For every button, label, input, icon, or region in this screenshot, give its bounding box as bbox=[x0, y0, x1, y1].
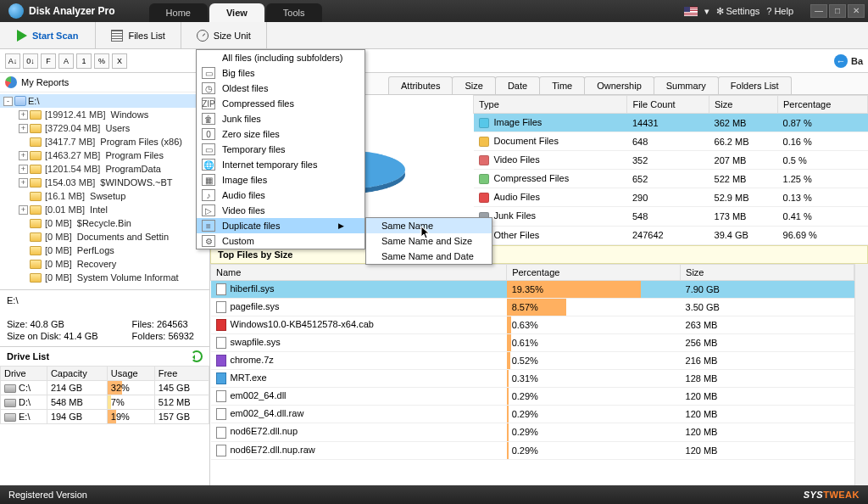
tree-row[interactable]: +[19912.41 MB]Windows bbox=[0, 108, 209, 121]
file-row[interactable]: nod6E72.dll.nup.raw0.29%120 MB bbox=[211, 441, 854, 459]
file-row[interactable]: swapfile.sys0.61%256 MB bbox=[211, 333, 854, 351]
filter-a-button[interactable]: A bbox=[58, 53, 74, 69]
type-row[interactable]: Image Files14431362 MB0.87 % bbox=[474, 114, 868, 132]
file-row[interactable]: chrome.7z0.52%216 MB bbox=[211, 352, 854, 370]
tree-row[interactable]: +[0.01 MB]Intel bbox=[0, 203, 209, 216]
size-unit-button[interactable]: Size Unit bbox=[181, 22, 267, 48]
refresh-button[interactable] bbox=[191, 350, 203, 362]
type-row[interactable]: Audio Files29052.9 MB0.13 % bbox=[474, 188, 868, 207]
tab-tools[interactable]: Tools bbox=[266, 3, 322, 22]
scrollbar[interactable] bbox=[854, 264, 868, 485]
tree-row[interactable]: [3417.7 MB]Program Files (x86) bbox=[0, 135, 209, 148]
expander-icon[interactable]: + bbox=[19, 124, 28, 133]
file-row[interactable]: pagefile.sys8.57%3.50 GB bbox=[211, 298, 854, 316]
settings-button[interactable]: ✻Settings bbox=[716, 6, 760, 17]
window-minimize-button[interactable]: — bbox=[810, 4, 827, 18]
tree-row[interactable]: [16.1 MB]Swsetup bbox=[0, 189, 209, 203]
type-row[interactable]: Compressed Files652522 MB1.25 % bbox=[474, 170, 868, 188]
filter-pct-button[interactable]: % bbox=[94, 53, 109, 69]
tree-row[interactable]: +[1201.54 MB]ProgramData bbox=[0, 162, 209, 176]
files-list-button[interactable]: Files List bbox=[96, 22, 181, 48]
content-tab[interactable]: Time bbox=[539, 76, 585, 94]
expander-icon[interactable]: + bbox=[19, 165, 28, 174]
col-free[interactable]: Free bbox=[154, 367, 209, 381]
tree-row[interactable]: [0 MB]Documents and Settin bbox=[0, 230, 209, 244]
submenu-item[interactable]: Same Name and Size bbox=[366, 233, 492, 249]
menu-item[interactable]: ▭Temporary files bbox=[197, 142, 364, 157]
tree-row[interactable]: [0 MB]System Volume Informat bbox=[0, 271, 209, 284]
tree-row[interactable]: +[1463.27 MB]Program Files bbox=[0, 148, 209, 162]
file-row[interactable]: hiberfil.sys19.35%7.90 GB bbox=[211, 280, 854, 298]
menu-item[interactable]: All files (including subfolders) bbox=[197, 50, 364, 65]
help-button[interactable]: ?Help bbox=[766, 6, 793, 16]
col-type[interactable]: Type bbox=[474, 96, 627, 114]
file-row[interactable]: MRT.exe0.31%128 MB bbox=[211, 370, 854, 388]
col-pct[interactable]: Percentage bbox=[778, 96, 868, 114]
menu-item[interactable]: 0Zero size files bbox=[197, 126, 364, 142]
submenu-item[interactable]: Same Name bbox=[366, 218, 492, 233]
content-tab[interactable]: Attributes bbox=[388, 76, 453, 94]
col-capacity[interactable]: Capacity bbox=[47, 367, 107, 381]
tab-view[interactable]: View bbox=[209, 3, 264, 22]
drive-row[interactable]: D:\548 MB7%512 MB bbox=[1, 395, 209, 410]
file-row[interactable]: nod6E72.dll.nup0.29%120 MB bbox=[211, 423, 854, 441]
content-tab[interactable]: Folders List bbox=[718, 76, 792, 94]
expander-icon[interactable]: + bbox=[19, 151, 28, 160]
expander-icon[interactable]: + bbox=[19, 205, 28, 215]
tab-home[interactable]: Home bbox=[149, 3, 208, 22]
content-tab[interactable]: Size bbox=[452, 76, 495, 94]
col-drive[interactable]: Drive bbox=[1, 367, 47, 381]
type-row[interactable]: Document Files64866.2 MB0.16 % bbox=[474, 132, 868, 151]
menu-item[interactable]: ▦Image files bbox=[197, 172, 364, 188]
menu-item[interactable]: ♪Audio files bbox=[197, 188, 364, 203]
drive-row[interactable]: E:\194 GB19%157 GB bbox=[1, 410, 209, 424]
filter-f-button[interactable]: F bbox=[41, 53, 56, 69]
type-row[interactable]: Video Files352207 MB0.5 % bbox=[474, 151, 868, 170]
menu-item[interactable]: 🌐Internet temporary files bbox=[197, 157, 364, 172]
submenu-item[interactable]: Same Name and Date bbox=[366, 249, 492, 264]
expander-icon[interactable]: + bbox=[19, 110, 28, 120]
window-maximize-button[interactable]: □ bbox=[829, 4, 846, 18]
my-reports-header[interactable]: My Reports bbox=[0, 73, 209, 92]
menu-item[interactable]: ▭Big files bbox=[197, 65, 364, 81]
col-usage[interactable]: Usage bbox=[107, 367, 154, 381]
expander-icon[interactable]: - bbox=[3, 97, 13, 106]
menu-item[interactable]: ZIPCompressed files bbox=[197, 96, 364, 111]
window-close-button[interactable]: ✕ bbox=[848, 4, 865, 18]
col-count[interactable]: File Count bbox=[627, 96, 709, 114]
menu-item[interactable]: ◷Oldest files bbox=[197, 81, 364, 96]
col-size[interactable]: Size bbox=[709, 96, 778, 114]
type-row[interactable]: Other Files24764239.4 GB96.69 % bbox=[474, 226, 868, 244]
sort-asc-button[interactable]: A↓ bbox=[5, 53, 20, 69]
file-row[interactable]: em002_64.dll0.29%120 MB bbox=[211, 388, 854, 406]
language-dropdown-icon[interactable]: ▾ bbox=[704, 6, 709, 17]
tree-row[interactable]: +[3729.04 MB]Users bbox=[0, 121, 209, 135]
back-button[interactable]: ← Ba bbox=[834, 54, 863, 68]
menu-item[interactable]: ⚙Custom bbox=[197, 233, 364, 249]
content-tab[interactable]: Date bbox=[495, 76, 540, 94]
expander-icon[interactable]: + bbox=[19, 178, 28, 188]
drive-row[interactable]: C:\214 GB32%145 GB bbox=[1, 381, 209, 395]
tree-root[interactable]: - E:\ bbox=[0, 94, 209, 108]
col-name[interactable]: Name bbox=[211, 264, 507, 280]
file-row[interactable]: em002_64.dll.raw0.29%120 MB bbox=[211, 406, 854, 423]
content-tab[interactable]: Summary bbox=[654, 76, 719, 94]
sort-desc-button[interactable]: 0↓ bbox=[23, 53, 38, 69]
menu-item[interactable]: 🗑Junk files bbox=[197, 111, 364, 126]
col-file-size[interactable]: Size bbox=[681, 264, 854, 280]
type-row[interactable]: Junk Files548173 MB0.41 % bbox=[474, 207, 868, 226]
menu-item[interactable]: ≡Duplicate files▶ bbox=[197, 218, 364, 233]
language-flag-icon[interactable] bbox=[684, 7, 698, 16]
filter-x-button[interactable]: X bbox=[112, 53, 127, 69]
menu-item[interactable]: ▷Video files bbox=[197, 203, 364, 218]
file-row[interactable]: Windows10.0-KB4512578-x64.cab0.63%263 MB bbox=[211, 316, 854, 333]
filter-1-button[interactable]: 1 bbox=[76, 53, 92, 69]
tree-row[interactable]: [0 MB]Recovery bbox=[0, 257, 209, 271]
col-percentage[interactable]: Percentage bbox=[507, 264, 681, 280]
tree-row[interactable]: +[154.03 MB]$WINDOWS.~BT bbox=[0, 176, 209, 189]
content-tab[interactable]: Ownership bbox=[584, 76, 654, 94]
tree-row[interactable]: [0 MB]PerfLogs bbox=[0, 244, 209, 257]
tree-row[interactable]: [0 MB]$Recycle.Bin bbox=[0, 216, 209, 230]
file-icon bbox=[216, 372, 226, 384]
start-scan-button[interactable]: Start Scan bbox=[0, 22, 96, 48]
